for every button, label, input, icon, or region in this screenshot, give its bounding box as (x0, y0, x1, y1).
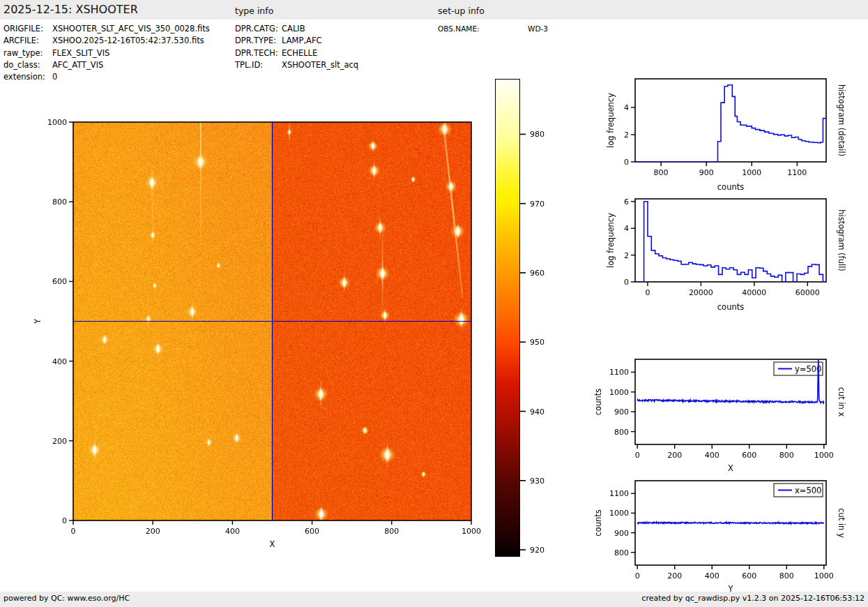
svg-text:1000: 1000 (609, 509, 629, 518)
svg-text:Y: Y (727, 584, 733, 594)
svg-text:cut in x: cut in x (837, 387, 846, 417)
svg-text:X: X (270, 539, 275, 549)
figure-plots-svg: 80090010001100024countslog frequencyhist… (0, 0, 868, 607)
svg-text:0: 0 (624, 158, 629, 167)
svg-text:log frequency: log frequency (606, 213, 616, 268)
svg-text:900: 900 (699, 168, 714, 177)
svg-text:0: 0 (62, 516, 67, 525)
svg-text:X: X (728, 463, 733, 473)
svg-text:cut in y: cut in y (837, 508, 846, 538)
svg-text:Y: Y (33, 318, 43, 324)
svg-text:0: 0 (635, 451, 640, 460)
svg-text:400: 400 (225, 527, 240, 536)
svg-text:1000: 1000 (609, 388, 629, 397)
svg-text:600: 600 (52, 277, 67, 286)
svg-text:2: 2 (624, 130, 629, 140)
svg-text:200: 200 (52, 437, 67, 446)
svg-text:970: 970 (530, 200, 545, 209)
svg-text:2: 2 (624, 251, 629, 260)
hist-detail-plot: 80090010001100024countslog frequencyhist… (606, 79, 846, 192)
svg-text:800: 800 (52, 197, 67, 207)
svg-text:counts: counts (593, 509, 603, 536)
svg-text:6: 6 (624, 197, 629, 207)
svg-text:20000: 20000 (689, 288, 713, 297)
svg-text:940: 940 (530, 407, 545, 417)
svg-text:1100: 1100 (787, 168, 807, 177)
svg-text:counts: counts (593, 389, 603, 415)
cut-y-plot: 0200400600800100080090010001100Ycountscu… (593, 481, 846, 594)
svg-text:600: 600 (742, 451, 756, 460)
svg-text:counts: counts (717, 182, 744, 192)
cut-x-plot: 0200400600800100080090010001100Xcountscu… (593, 356, 846, 473)
svg-text:0: 0 (635, 571, 640, 580)
legend: x=500 (774, 484, 823, 497)
svg-text:960: 960 (530, 269, 545, 278)
svg-text:1000: 1000 (462, 527, 481, 536)
svg-text:400: 400 (52, 357, 67, 366)
svg-text:980: 980 (530, 130, 545, 139)
svg-text:4: 4 (624, 224, 629, 233)
svg-text:920: 920 (530, 546, 545, 555)
svg-text:1000: 1000 (814, 451, 834, 460)
svg-text:counts: counts (717, 302, 744, 312)
svg-text:200: 200 (667, 571, 682, 580)
svg-text:histogram (full): histogram (full) (837, 209, 846, 271)
svg-text:1000: 1000 (814, 571, 834, 580)
svg-text:60000: 60000 (795, 288, 820, 297)
svg-text:1100: 1100 (609, 489, 629, 498)
svg-text:800: 800 (614, 428, 629, 437)
svg-text:4: 4 (624, 103, 629, 112)
svg-text:400: 400 (705, 571, 719, 580)
svg-text:800: 800 (779, 451, 794, 460)
svg-text:200: 200 (667, 451, 682, 460)
svg-text:930: 930 (530, 477, 545, 486)
svg-text:800: 800 (654, 168, 669, 177)
qc-report-page: 2025-12-15: XSHOOTER type info set-up in… (0, 0, 868, 607)
svg-text:600: 600 (742, 571, 756, 580)
svg-text:1000: 1000 (47, 118, 67, 127)
svg-text:histogram (detail): histogram (detail) (837, 84, 846, 156)
svg-text:400: 400 (705, 451, 719, 460)
svg-text:0: 0 (645, 288, 650, 297)
colorbar-ticks: 980970960950940930920 (520, 130, 545, 555)
svg-text:950: 950 (530, 338, 545, 347)
svg-text:log frequency: log frequency (606, 93, 616, 148)
crosshair-lines (73, 122, 471, 520)
svg-text:1100: 1100 (609, 368, 629, 377)
svg-text:800: 800 (384, 527, 399, 536)
svg-text:800: 800 (779, 571, 794, 580)
svg-text:0: 0 (71, 527, 76, 536)
hist-full-plot: 02000040000600000246countslog frequencyh… (606, 197, 846, 312)
svg-text:600: 600 (305, 527, 319, 536)
svg-text:40000: 40000 (742, 288, 766, 297)
svg-text:1000: 1000 (742, 168, 761, 177)
svg-text:200: 200 (146, 527, 160, 536)
svg-text:x=500: x=500 (795, 486, 821, 495)
svg-text:900: 900 (614, 407, 629, 417)
svg-text:0: 0 (624, 278, 629, 287)
legend: y=500 (774, 362, 823, 375)
main-image-axes: 0200400600800100002004006008001000XY (33, 118, 481, 549)
svg-text:900: 900 (614, 529, 629, 538)
svg-text:800: 800 (614, 548, 629, 557)
